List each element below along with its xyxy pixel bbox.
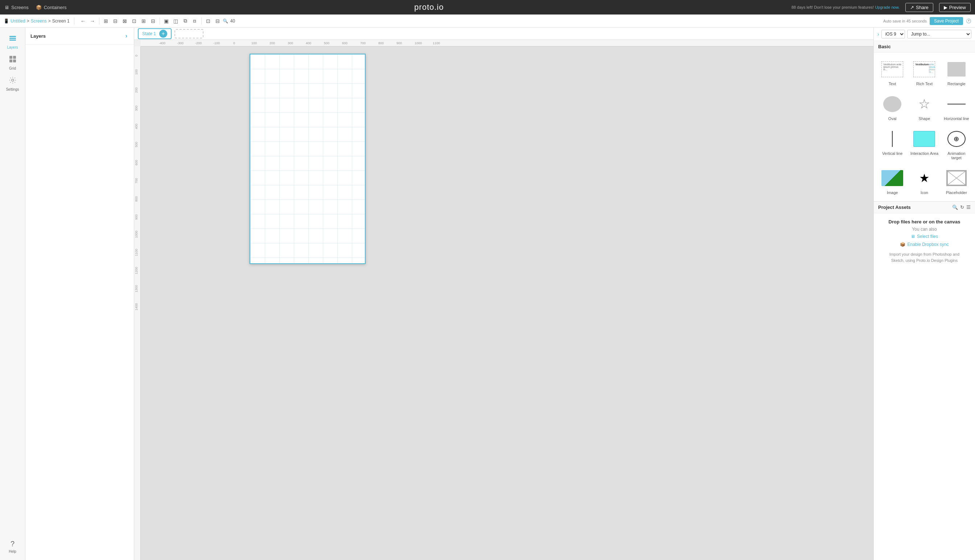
sidebar-item-settings[interactable]: Settings <box>2 73 23 94</box>
widget-animation-preview: ⊕ <box>944 129 969 149</box>
svg-text:-100: -100 <box>213 42 220 45</box>
save-project-button[interactable]: Save Project <box>930 17 963 25</box>
widget-placeholder[interactable]: Placeholder <box>941 164 972 198</box>
left-sidebar: Layers Grid Settings <box>0 28 25 560</box>
breadcrumb-icon: 📱 <box>3 18 9 23</box>
widget-icon-label: Icon <box>921 190 928 195</box>
ungroup-button[interactable]: ◫ <box>172 17 180 25</box>
svg-rect-25 <box>134 47 141 373</box>
right-panel: › iOS 9 Jump to... Basic Vestibulum ante… <box>873 28 975 560</box>
svg-rect-4 <box>13 56 16 59</box>
svg-text:200: 200 <box>135 87 138 93</box>
icon-preview-box: ★ <box>919 171 930 185</box>
widget-rich-text[interactable]: Vestibulum ante ipsum primus in... Rich … <box>908 55 940 90</box>
sidebar-bottom: ? Help <box>2 537 23 557</box>
align-left-button[interactable]: ⊞ <box>102 17 110 25</box>
preview-button[interactable]: ▶ Preview <box>939 3 971 12</box>
select-files-link[interactable]: 🖥 Select files <box>878 234 971 239</box>
crop-button[interactable]: ⊡ <box>204 17 213 25</box>
refresh-icon[interactable]: ↻ <box>960 205 964 210</box>
widget-icon[interactable]: ★ Icon <box>908 164 940 198</box>
svg-text:700: 700 <box>360 42 366 45</box>
logo: proto.io <box>414 3 443 12</box>
svg-text:400: 400 <box>135 124 138 129</box>
widget-interaction-area[interactable]: Interaction Area <box>908 125 940 163</box>
breadcrumb-untitled[interactable]: Untitled <box>10 18 25 23</box>
widget-text[interactable]: Vestibulum ante ipsum primus in... Text <box>877 55 908 90</box>
undo-button[interactable]: ← <box>79 17 87 25</box>
widget-placeholder-preview <box>944 168 969 188</box>
breadcrumb-screens[interactable]: Screens <box>31 18 47 23</box>
widget-vertical-line[interactable]: Vertical line <box>877 125 908 163</box>
state-tab-1[interactable]: State 1 + <box>138 28 172 39</box>
jump-to-select[interactable]: Jump to... <box>907 30 972 38</box>
screens-nav-item[interactable]: 🖥 Screens <box>4 5 29 10</box>
svg-text:200: 200 <box>270 42 275 45</box>
widget-animation-target[interactable]: ⊕ Animation target <box>941 125 972 163</box>
spacing-button[interactable]: ⊟ <box>149 17 157 25</box>
state-tab-label: State 1 <box>142 31 156 36</box>
toolbar-icons: ← → ⊞ ⊟ ⊠ ⊡ ⊞ ⊟ ▣ ◫ ⧉ ⧈ ⊡ ⊟ 🔍 40 <box>79 17 235 25</box>
tabs-bar: State 1 + <box>134 28 873 40</box>
widget-image[interactable]: Image <box>877 164 908 198</box>
svg-text:1300: 1300 <box>135 285 138 292</box>
canvas-content[interactable] <box>141 47 873 560</box>
project-assets-section: Project Assets 🔍 ↻ ☰ Drop files here or … <box>874 201 975 269</box>
redo-button[interactable]: → <box>88 17 97 25</box>
container-icon: 📦 <box>36 5 42 10</box>
richtext-preview-box: Vestibulum ante ipsum primus in... <box>913 61 935 77</box>
help-label: Help <box>9 550 16 553</box>
preview-icon: ▶ <box>944 5 947 10</box>
sidebar-item-help[interactable]: ? Help <box>2 537 23 557</box>
upgrade-link[interactable]: Upgrade now. <box>875 5 900 10</box>
settings-icon <box>9 76 17 86</box>
widget-icon-preview: ★ <box>912 168 937 188</box>
svg-text:1100: 1100 <box>433 42 440 45</box>
toolbar-separator-1 <box>74 17 74 25</box>
svg-text:-300: -300 <box>177 42 183 45</box>
svg-text:600: 600 <box>342 42 347 45</box>
widget-rectangle[interactable]: Rectangle <box>941 55 972 90</box>
breadcrumb: 📱 Untitled > Screens > Screen 1 <box>3 18 70 23</box>
containers-nav-item[interactable]: 📦 Containers <box>36 5 67 10</box>
sidebar-item-grid[interactable]: Grid <box>2 52 23 73</box>
search-icon[interactable]: 🔍 <box>952 205 958 210</box>
svg-text:300: 300 <box>135 105 138 111</box>
oval-preview-box <box>883 96 902 112</box>
mask-button[interactable]: ⊟ <box>213 17 222 25</box>
widget-rect-preview <box>944 59 969 80</box>
widget-image-preview <box>880 168 905 188</box>
add-state-button[interactable]: + <box>159 30 167 38</box>
bring-front-button[interactable]: ⧉ <box>181 17 190 25</box>
widget-richtext-preview: Vestibulum ante ipsum primus in... <box>912 59 937 80</box>
layers-title: Layers <box>30 33 46 39</box>
ruler-horizontal: -400 -300 -200 -100 0 100 200 300 400 50… <box>141 40 873 47</box>
collapse-layers-button[interactable]: › <box>124 31 129 41</box>
align-right-button[interactable]: ⊠ <box>120 17 129 25</box>
dropbox-icon: 📦 <box>900 242 905 247</box>
list-icon[interactable]: ☰ <box>966 205 971 210</box>
ruler-v-svg: 0 100 200 300 400 500 600 700 800 900 10… <box>134 47 141 373</box>
svg-text:100: 100 <box>252 42 257 45</box>
widget-oval[interactable]: Oval <box>877 90 908 124</box>
send-back-button[interactable]: ⧈ <box>190 17 199 25</box>
align-center-button[interactable]: ⊟ <box>111 17 120 25</box>
widget-image-label: Image <box>887 190 898 195</box>
distribute-v-button[interactable]: ⊞ <box>139 17 148 25</box>
widgets-grid: Vestibulum ante ipsum primus in... Text … <box>874 53 975 201</box>
dropbox-sync-link[interactable]: 📦 Enable Dropbox sync <box>878 242 971 247</box>
sidebar-item-layers[interactable]: Layers <box>2 31 23 52</box>
group-button[interactable]: ▣ <box>162 17 171 25</box>
zoom-control[interactable]: 🔍 40 <box>223 18 235 23</box>
widget-interaction-label: Interaction Area <box>910 151 938 156</box>
widget-shape[interactable]: ☆ Shape <box>908 90 940 124</box>
distribute-h-button[interactable]: ⊡ <box>130 17 138 25</box>
layers-icon <box>9 34 17 44</box>
widget-placeholder-label: Placeholder <box>946 190 967 195</box>
widget-shape-label: Shape <box>919 117 930 121</box>
layers-panel: Layers › <box>25 28 134 560</box>
platform-select[interactable]: iOS 9 <box>882 30 905 38</box>
widget-horizontal-line[interactable]: Horizontal line <box>941 90 972 124</box>
project-assets-header: Project Assets 🔍 ↻ ☰ <box>874 202 975 213</box>
share-button[interactable]: ↗ Share <box>905 3 933 12</box>
